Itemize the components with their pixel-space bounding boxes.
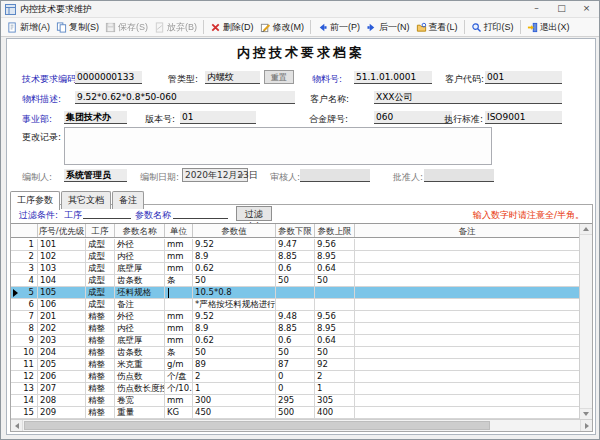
unit-cell[interactable]: g/m	[165, 359, 193, 370]
header-param-value[interactable]: 参数值	[193, 224, 276, 237]
upper-cell[interactable]	[315, 287, 355, 298]
value-cell[interactable]: 450	[193, 407, 276, 418]
tab-process-params[interactable]: 工序参数	[10, 191, 60, 210]
unit-cell[interactable]: mm	[165, 263, 193, 274]
unit-cell[interactable]: KG	[165, 407, 193, 418]
lower-cell[interactable]: 8.85	[276, 323, 315, 334]
next-button[interactable]: 后一(N)	[363, 20, 413, 35]
upper-cell[interactable]	[315, 299, 355, 310]
param-cell[interactable]: 伤点数	[115, 371, 165, 382]
upper-cell[interactable]: 9.56	[315, 311, 355, 322]
table-row[interactable]: 7201精整外径mm9.529.489.56	[11, 311, 579, 323]
upper-cell[interactable]: 1	[315, 383, 355, 394]
remark-cell[interactable]	[355, 311, 579, 322]
lower-cell[interactable]: 0	[276, 371, 315, 382]
lower-cell[interactable]: 500	[276, 407, 315, 418]
remark-cell[interactable]	[355, 287, 579, 298]
header-indicator[interactable]	[11, 224, 38, 237]
table-row[interactable]: 13207精整伤点数长度控制个/10...101	[11, 383, 579, 395]
upper-cell[interactable]: 400	[315, 407, 355, 418]
priority-cell[interactable]: 202	[38, 323, 86, 334]
scroll-down-button[interactable]	[580, 408, 592, 419]
unit-cell[interactable]: 条	[165, 275, 193, 286]
param-cell[interactable]: 内径	[115, 251, 165, 262]
priority-cell[interactable]: 209	[38, 407, 86, 418]
print-button[interactable]: 打印(S)	[468, 20, 517, 35]
priority-cell[interactable]: 203	[38, 335, 86, 346]
tab-other-docs[interactable]: 其它文档	[61, 191, 111, 209]
row-number-cell[interactable]: 10	[11, 347, 38, 358]
process-cell[interactable]: 精整	[86, 335, 115, 346]
row-number-cell[interactable]: 3	[11, 263, 38, 274]
horizontal-scrollbar[interactable]	[11, 419, 592, 431]
header-lower-limit[interactable]: 参数下限	[276, 224, 315, 237]
upper-cell[interactable]: 305	[315, 395, 355, 406]
upper-cell[interactable]: 92	[315, 359, 355, 370]
header-unit[interactable]: 单位	[165, 224, 193, 237]
previous-button[interactable]: 前一(P)	[314, 20, 363, 35]
table-row[interactable]: 10204精整齿条数条505050	[11, 347, 579, 359]
upper-cell[interactable]: 0.64	[315, 263, 355, 274]
value-cell[interactable]: 9.52	[193, 311, 276, 322]
customer-code-field[interactable]: 001	[485, 71, 562, 84]
row-number-cell[interactable]: 9	[11, 335, 38, 346]
row-number-cell[interactable]: 14	[11, 395, 38, 406]
new-button[interactable]: 新增(A)	[4, 20, 53, 35]
lower-cell[interactable]	[276, 299, 315, 310]
scroll-up-button[interactable]	[580, 224, 592, 235]
change-record-textarea[interactable]	[64, 127, 492, 165]
table-row[interactable]: 11205精整米克重g/m898792	[11, 359, 579, 371]
remark-cell[interactable]	[355, 359, 579, 370]
lower-cell[interactable]: 87	[276, 359, 315, 370]
lower-cell[interactable]: 0.6	[276, 263, 315, 274]
header-remark[interactable]: 备注	[355, 224, 579, 237]
param-cell[interactable]: 伤点数长度控制	[115, 383, 165, 394]
row-number-cell[interactable]: 15	[11, 407, 38, 418]
table-row[interactable]: 6106成型备注*严格按坯料规格进行上料。	[11, 299, 579, 311]
unit-cell[interactable]: 个/盘	[165, 371, 193, 382]
value-cell[interactable]: 300	[193, 395, 276, 406]
priority-cell[interactable]: 206	[38, 371, 86, 382]
param-cell[interactable]: 外径	[115, 311, 165, 322]
unit-cell[interactable]: mm	[165, 239, 193, 250]
value-cell[interactable]: 1	[193, 383, 276, 394]
vertical-scrollbar[interactable]	[579, 224, 592, 419]
upper-cell[interactable]: 2	[315, 371, 355, 382]
process-cell[interactable]: 精整	[86, 395, 115, 406]
param-cell[interactable]: 底壁厚	[115, 335, 165, 346]
creator-field[interactable]: 系统管理员	[64, 169, 127, 182]
upper-cell[interactable]: 9.56	[315, 239, 355, 250]
table-row[interactable]: 12206精整伤点数个/盘202	[11, 371, 579, 383]
value-cell[interactable]: 50	[193, 347, 276, 358]
param-cell[interactable]: 重量	[115, 407, 165, 418]
close-button[interactable]: ×	[574, 1, 599, 17]
process-cell[interactable]: 成型	[86, 275, 115, 286]
row-number-cell[interactable]: 8	[11, 323, 38, 334]
priority-cell[interactable]: 104	[38, 275, 86, 286]
minimize-button[interactable]: –	[524, 1, 549, 17]
table-row[interactable]: 5105成型坯料规格10.5*0.8	[11, 287, 579, 299]
priority-cell[interactable]: 204	[38, 347, 86, 358]
lower-cell[interactable]: 9.48	[276, 311, 315, 322]
value-cell[interactable]: *严格按坯料规格进行上料。	[193, 299, 276, 310]
lower-cell[interactable]: 295	[276, 395, 315, 406]
param-cell[interactable]: 内径	[115, 323, 165, 334]
row-number-cell[interactable]: 12	[11, 371, 38, 382]
process-cell[interactable]: 成型	[86, 251, 115, 262]
discard-button[interactable]: 放弃(B)	[151, 20, 200, 35]
remark-cell[interactable]	[355, 323, 579, 334]
row-number-cell[interactable]: 6	[11, 299, 38, 310]
lower-cell[interactable]: 0.6	[276, 335, 315, 346]
filter-param-input[interactable]	[173, 207, 228, 219]
process-cell[interactable]: 精整	[86, 323, 115, 334]
tech-req-code-field[interactable]: 0000000133	[75, 71, 142, 84]
table-row[interactable]: 1101成型外径mm9.529.479.56	[11, 239, 579, 251]
lower-cell[interactable]: 9.47	[276, 239, 315, 250]
header-priority[interactable]: 序号/优先级	[38, 224, 86, 237]
material-desc-field[interactable]: 9.52*0.62*0.8*50-060	[75, 91, 295, 104]
remark-cell[interactable]	[355, 347, 579, 358]
customer-name-field[interactable]: XXX公司	[374, 91, 562, 104]
lower-cell[interactable]: 0	[276, 383, 315, 394]
process-cell[interactable]: 精整	[86, 383, 115, 394]
value-cell[interactable]: 2	[193, 371, 276, 382]
